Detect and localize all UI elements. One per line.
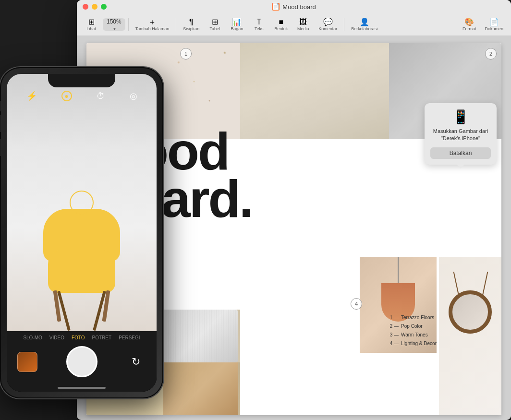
- view-button[interactable]: ⊞ Lihat: [81, 15, 102, 34]
- insert-icon: ¶: [189, 18, 194, 26]
- camera-mode-persegi[interactable]: PERSEGI: [119, 335, 140, 340]
- close-button[interactable]: [83, 4, 88, 10]
- camera-mode-potret[interactable]: POTRET: [92, 335, 112, 340]
- volume-up-button[interactable]: [0, 115, 0, 132]
- list-item-2: 2 — Pop Color: [390, 322, 437, 331]
- maximize-button[interactable]: [101, 4, 107, 10]
- table-button[interactable]: ⊞ Tabel: [204, 15, 225, 34]
- document-icon: 📄: [489, 18, 499, 26]
- add-page-icon: ＋: [148, 18, 156, 26]
- live-icon[interactable]: ◎: [130, 91, 137, 101]
- collaborate-icon: 👤: [360, 18, 369, 26]
- items-list: 1 — Terrazzo Floors 2 — Pop Color 3 — Wa…: [390, 313, 437, 348]
- camera-mode-video[interactable]: VIDEO: [49, 335, 64, 340]
- camera-flip-button[interactable]: ↻: [126, 352, 146, 372]
- camera-modes: SLO-MO VIDEO FOTO POTRET PERSEGI: [12, 335, 151, 340]
- shape-icon: ■: [279, 18, 283, 26]
- comment-button[interactable]: 💬 Komentar: [315, 15, 341, 34]
- chart-icon: 📊: [232, 18, 242, 26]
- media-label: Media: [297, 26, 309, 31]
- camera-mode-slo-mo[interactable]: SLO-MO: [23, 335, 42, 340]
- chart-button[interactable]: 📊 Bagan: [226, 15, 247, 34]
- comment-icon: 💬: [323, 18, 333, 26]
- minimize-button[interactable]: [92, 4, 97, 10]
- page-marker-2: 2: [485, 48, 497, 60]
- callout-text: Masukkan Gambar dari "Derek's iPhone": [430, 128, 491, 143]
- iphone-body: ⚡ ● ⏱ ◎: [0, 67, 163, 398]
- chair-seat: [48, 250, 115, 293]
- home-indicator: [58, 387, 106, 389]
- flip-camera-icon: ↻: [132, 356, 140, 368]
- pages-app-icon: 📄: [272, 3, 280, 11]
- zoom-value: 150%: [107, 18, 122, 25]
- iphone-callout-icon: 📱: [430, 109, 491, 125]
- title-bar: 📄 Mood board ⊞ Lihat 150% ▼ ＋ Tambah Hal…: [77, 0, 511, 36]
- format-label: Format: [462, 26, 476, 31]
- view-label: Lihat: [86, 26, 96, 31]
- camera-shutter-controls: ↻: [12, 346, 151, 377]
- list-item-4: 4 — Lighting & Decor: [390, 339, 437, 348]
- toolbar-separator-2: [176, 18, 176, 31]
- camera-bottom-controls: SLO-MO VIDEO FOTO POTRET PERSEGI ↻: [7, 331, 157, 392]
- iphone-device: ⚡ ● ⏱ ◎: [0, 67, 173, 413]
- camera-top-controls: ⚡ ● ⏱ ◎: [7, 91, 157, 101]
- camera-app: ⚡ ● ⏱ ◎: [7, 74, 157, 392]
- mirror-image: [439, 257, 501, 415]
- insert-label: Sisipkan: [183, 26, 199, 31]
- toolbar: ⊞ Lihat 150% ▼ ＋ Tambah Halaman ¶ Sisipk…: [77, 13, 511, 36]
- window-controls: [83, 4, 107, 10]
- list-item-3: 3 — Warm Tones: [390, 331, 437, 339]
- sofa-image: [163, 362, 238, 415]
- window-title-text: Mood board: [282, 3, 316, 11]
- document-button[interactable]: 📄 Dokumen: [481, 15, 507, 34]
- toolbar-separator-1: [128, 18, 129, 31]
- iphone-screen: ⚡ ● ⏱ ◎: [7, 74, 157, 392]
- insert-button[interactable]: ¶ Sisipkan: [179, 15, 203, 34]
- collaborate-button[interactable]: 👤 Berkolaborasi: [347, 15, 381, 34]
- shape-button[interactable]: ■ Bentuk: [270, 15, 292, 34]
- zoom-control[interactable]: 150% ▼: [103, 18, 125, 31]
- table-icon: ⊞: [212, 18, 218, 26]
- timer-icon[interactable]: ⏱: [97, 91, 105, 101]
- timer-ring-icon[interactable]: ●: [61, 91, 72, 101]
- comment-label: Komentar: [318, 26, 337, 31]
- flash-icon[interactable]: ⚡: [26, 91, 37, 101]
- zoom-dropdown-arrow: ▼: [112, 27, 116, 31]
- format-button[interactable]: 🎨 Format: [459, 15, 480, 34]
- camera-focus-ring: [70, 191, 94, 215]
- collaborate-label: Berkolaborasi: [351, 26, 377, 31]
- add-page-label: Tambah Halaman: [135, 26, 170, 31]
- shape-label: Bentuk: [274, 26, 288, 31]
- power-button[interactable]: [163, 125, 163, 156]
- top-mid-image: [240, 43, 389, 139]
- text-label: Teks: [255, 26, 264, 31]
- camera-mode-foto[interactable]: FOTO: [72, 335, 85, 340]
- page-marker-4: 4: [351, 298, 362, 310]
- iphone-notch: [48, 74, 115, 87]
- callout-cancel-button[interactable]: Batalkan: [430, 147, 491, 159]
- text-icon: T: [256, 18, 261, 26]
- toolbar-separator-3: [344, 18, 344, 31]
- list-item-1: 1 — Terrazzo Floors: [390, 313, 437, 322]
- document-label: Dokumen: [485, 26, 503, 31]
- media-icon: 🖼: [299, 18, 307, 26]
- chart-label: Bagan: [231, 26, 243, 31]
- title-bar-top: 📄 Mood board: [77, 0, 511, 13]
- mute-button[interactable]: [0, 101, 0, 111]
- page-marker-1: 1: [180, 48, 192, 60]
- media-button[interactable]: 🖼 Media: [292, 15, 314, 34]
- view-icon: ⊞: [88, 18, 95, 26]
- import-callout: 📱 Masukkan Gambar dari "Derek's iPhone" …: [425, 103, 497, 165]
- fur-image: [163, 310, 238, 362]
- camera-thumbnail[interactable]: [17, 352, 37, 372]
- volume-down-button[interactable]: [0, 139, 0, 156]
- add-page-button[interactable]: ＋ Tambah Halaman: [132, 15, 173, 34]
- camera-viewfinder: ⚡ ● ⏱ ◎: [7, 74, 157, 331]
- table-label: Tabel: [210, 26, 220, 31]
- format-icon: 🎨: [464, 18, 474, 26]
- text-button[interactable]: T Teks: [248, 15, 269, 34]
- window-title: 📄 Mood board: [272, 3, 316, 11]
- shutter-button[interactable]: [66, 346, 97, 377]
